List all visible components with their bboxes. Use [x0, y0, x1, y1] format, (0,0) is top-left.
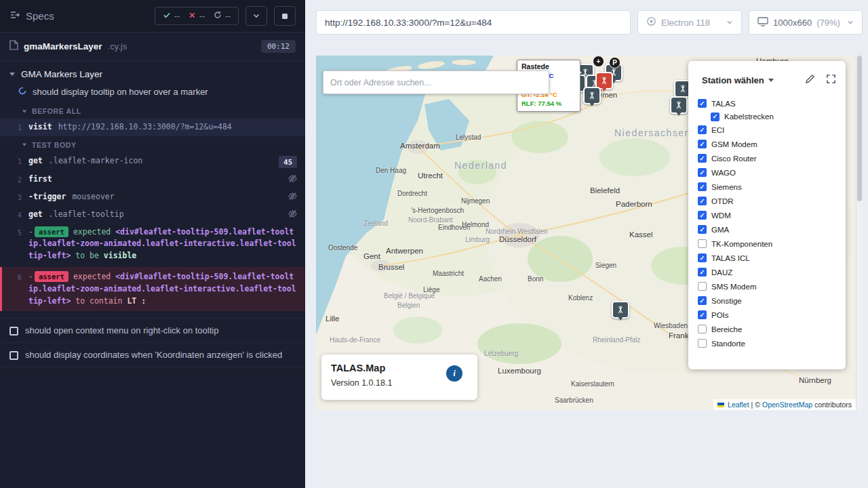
map-label: Lëtzebuerg: [484, 350, 518, 357]
station-checkbox-item[interactable]: ✓Kabelstrecken: [711, 110, 836, 123]
map-label: Nederland: [454, 160, 507, 171]
checkbox-checked[interactable]: ✓: [698, 211, 707, 220]
map-label: Lelystad: [456, 134, 481, 141]
browser-select[interactable]: Electron 118: [637, 10, 742, 35]
station-label: Cisco Router: [711, 155, 756, 163]
checkbox-unchecked[interactable]: [698, 282, 707, 291]
chevron-down-icon: [847, 18, 854, 28]
station-panel-header: Station wählen: [698, 72, 836, 88]
command-row[interactable]: 6-assertexpected <div#leaflet-tooltip-50…: [0, 267, 305, 311]
stop-button[interactable]: [274, 6, 296, 26]
station-select-label[interactable]: Station wählen: [702, 75, 764, 85]
collapse-all-button[interactable]: [245, 6, 267, 26]
scrollbar-thumb[interactable]: [857, 56, 862, 201]
pending-test-title: should display coordinates when 'Koordin…: [25, 350, 282, 360]
pending-test-row[interactable]: should display coordinates when 'Koordin…: [0, 343, 305, 367]
station-marker[interactable]: [583, 87, 601, 104]
checkbox-checked[interactable]: ✓: [698, 296, 707, 305]
checkbox-checked[interactable]: ✓: [698, 125, 707, 134]
attribution-separator: | ©: [751, 401, 760, 409]
station-marker[interactable]: [612, 301, 629, 319]
info-icon[interactable]: i: [446, 365, 462, 382]
assert-selector: <div#leaflet-tooltip-509.leaflet-tooltip…: [28, 227, 296, 261]
map-label: Aachen: [479, 275, 502, 283]
url-bar[interactable]: http://192.168.10.33:3000/?m=12&u=484: [316, 10, 631, 35]
expand-icon[interactable]: [826, 74, 836, 87]
active-test-row[interactable]: should display tooltip on hover over a m…: [0, 83, 305, 102]
suite-row[interactable]: GMA Markers Layer: [0, 61, 305, 83]
station-checkbox-item[interactable]: ✓DAUZ: [698, 265, 836, 279]
station-checkbox-item[interactable]: ✓WAGO: [698, 165, 836, 180]
station-checkbox-item[interactable]: ✓TALAS ICL: [698, 251, 836, 265]
checkbox-checked[interactable]: ✓: [711, 113, 719, 121]
command-row[interactable]: 3-triggermouseover: [0, 188, 305, 206]
leaflet-map[interactable]: HamburgBremenLeeuwardenFryslânGroningenN…: [316, 56, 856, 410]
station-checkbox-item[interactable]: ✓WDM: [698, 208, 836, 222]
checkbox-checked[interactable]: ✓: [698, 182, 707, 191]
command-row[interactable]: 5-assertexpected <div#leaflet-tooltip-50…: [0, 224, 305, 265]
stat-failed: --: [189, 12, 205, 21]
viewport-select[interactable]: 1000x660 (79%): [749, 10, 863, 35]
station-checkbox-item[interactable]: SMS Modem: [698, 279, 836, 293]
assert-value: visible: [104, 251, 136, 260]
station-checkbox-item[interactable]: ✓POIs: [698, 308, 836, 322]
cluster-badge[interactable]: P: [609, 57, 620, 68]
x-icon: [189, 12, 196, 21]
specs-button[interactable]: Specs: [9, 9, 54, 22]
pending-test-row[interactable]: should open context menu on right-click …: [0, 319, 305, 343]
map-label: Den Haag: [376, 167, 406, 174]
test-stats[interactable]: -- -- --: [155, 7, 239, 25]
command-dash: -: [28, 272, 33, 281]
station-checkbox-item[interactable]: ✓Siemens: [698, 180, 836, 194]
map-label: Koblenz: [568, 294, 593, 302]
station-checkbox-item[interactable]: ✓OTDR: [698, 194, 836, 208]
checkbox-unchecked[interactable]: [698, 339, 707, 348]
station-checkbox-item[interactable]: TK-Komponenten: [698, 237, 836, 251]
checkbox-checked[interactable]: ✓: [698, 140, 707, 148]
spec-duration: 00:12: [261, 40, 296, 53]
command-row[interactable]: 2first: [0, 171, 305, 188]
aut-scrollbar[interactable]: [856, 56, 863, 410]
test-body-section[interactable]: TEST BODY: [0, 136, 305, 152]
command-number: 6: [2, 271, 28, 283]
map-label: Niedersachsen: [614, 127, 691, 138]
edit-pencil-icon[interactable]: [805, 74, 815, 87]
station-checkbox-item[interactable]: ✓ECI: [698, 123, 836, 137]
checkbox-checked[interactable]: ✓: [698, 154, 707, 163]
station-checkbox-item[interactable]: ✓TALAS: [698, 96, 836, 110]
assert-expected: expected: [73, 272, 115, 281]
map-label: Oostende: [328, 244, 357, 251]
checkbox-checked[interactable]: ✓: [698, 99, 707, 108]
before-all-section[interactable]: BEFORE ALL: [0, 102, 305, 119]
search-input[interactable]: [323, 78, 549, 87]
checkbox-checked[interactable]: ✓: [698, 253, 707, 262]
checkbox-unchecked[interactable]: [698, 239, 707, 248]
checkbox-checked[interactable]: ✓: [698, 268, 707, 277]
station-checkbox-item[interactable]: ✓Sonstige: [698, 293, 836, 308]
specs-list-icon: [9, 9, 20, 22]
map-label: Bonn: [528, 275, 543, 283]
osm-link[interactable]: OpenStreetMap: [762, 401, 812, 409]
stat-pending: --: [214, 11, 231, 21]
checkbox-checked[interactable]: ✓: [698, 225, 707, 234]
station-marker[interactable]: [670, 96, 688, 114]
assert-expected: expected: [73, 227, 115, 237]
station-checkbox-item[interactable]: Standorte: [698, 336, 836, 350]
station-checkbox-item[interactable]: ✓GSM Modem: [698, 137, 836, 151]
station-checkbox-item[interactable]: ✓GMA: [698, 222, 836, 237]
spec-file-row[interactable]: gmaMarkersLayer .cy.js 00:12: [0, 33, 305, 61]
command-row[interactable]: 1visithttp://192.168.10.33:3000/?m=12&u=…: [0, 119, 305, 136]
caret-down-icon: [22, 110, 26, 113]
checkbox-checked[interactable]: ✓: [698, 168, 707, 177]
chevron-down-icon[interactable]: [768, 79, 774, 82]
checkbox-unchecked[interactable]: [698, 325, 707, 333]
command-row[interactable]: 4get.leaflet-tooltip: [0, 206, 305, 224]
cluster-badge[interactable]: +: [593, 56, 604, 67]
command-row[interactable]: 1get.leaflet-marker-icon45: [0, 152, 305, 171]
station-checkbox-item[interactable]: Bereiche: [698, 322, 836, 336]
checkbox-checked[interactable]: ✓: [698, 310, 707, 319]
leaflet-link[interactable]: Leaflet: [728, 401, 749, 409]
map-search-control[interactable]: [323, 70, 549, 94]
station-checkbox-item[interactable]: ✓Cisco Router: [698, 151, 836, 165]
checkbox-checked[interactable]: ✓: [698, 197, 707, 205]
